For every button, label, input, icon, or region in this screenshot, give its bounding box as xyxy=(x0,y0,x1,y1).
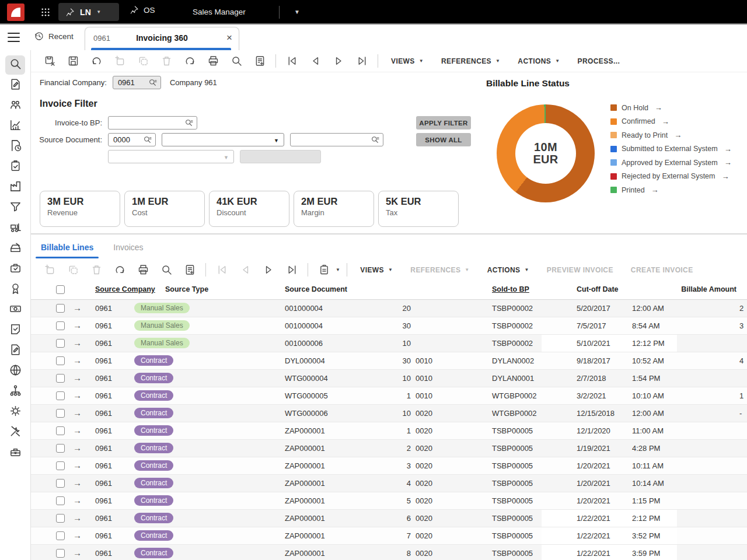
row-checkbox[interactable] xyxy=(56,374,65,383)
sidebar-item-invoicing-icon[interactable] xyxy=(5,341,25,360)
print-icon[interactable] xyxy=(201,52,225,70)
notes-icon[interactable] xyxy=(248,52,271,70)
refresh-lines-icon[interactable] xyxy=(108,261,131,279)
lines-views-menu[interactable]: VIEWS▼ xyxy=(360,266,393,274)
row-open-arrow-icon[interactable]: → xyxy=(73,373,82,383)
app-launcher-icon[interactable] xyxy=(40,7,51,18)
row-checkbox[interactable] xyxy=(56,549,65,558)
find-icon[interactable] xyxy=(225,52,248,70)
drilldown-arrow-icon[interactable]: → xyxy=(655,103,662,112)
sidebar-item-toolbox-icon[interactable] xyxy=(5,443,25,463)
print-lines-icon[interactable] xyxy=(131,261,155,279)
pinned-app-os[interactable]: OS xyxy=(130,5,155,15)
undo-icon[interactable] xyxy=(85,52,108,70)
sidebar-item-clipboard-check-icon[interactable] xyxy=(5,158,25,177)
col-sold-to-bp[interactable]: Sold-to BP xyxy=(492,285,529,293)
lines-actions-menu[interactable]: ACTIONS▼ xyxy=(487,266,529,274)
row-open-arrow-icon[interactable]: → xyxy=(73,495,82,505)
row-open-arrow-icon[interactable]: → xyxy=(73,443,82,453)
show-all-button[interactable]: SHOW ALL xyxy=(416,133,471,146)
row-open-arrow-icon[interactable]: → xyxy=(73,425,82,435)
role-chevron-down-icon[interactable]: ▼ xyxy=(294,9,300,15)
sidebar-item-compliance-icon[interactable] xyxy=(5,321,25,340)
row-checkbox[interactable] xyxy=(56,531,65,540)
find-lines-icon[interactable] xyxy=(155,261,178,279)
row-open-arrow-icon[interactable]: → xyxy=(73,530,82,540)
next-page-icon[interactable] xyxy=(257,261,280,279)
sidebar-item-freight-icon[interactable] xyxy=(5,239,25,258)
lookup-icon[interactable] xyxy=(371,135,380,145)
sidebar-item-warehousing-icon[interactable] xyxy=(5,219,25,238)
drilldown-arrow-icon[interactable]: → xyxy=(651,186,659,194)
last-record-icon[interactable] xyxy=(350,52,374,70)
row-checkbox[interactable] xyxy=(56,444,65,453)
row-open-arrow-icon[interactable]: → xyxy=(73,303,82,313)
tab-close-icon[interactable]: × xyxy=(226,32,232,44)
row-open-arrow-icon[interactable]: → xyxy=(73,355,82,365)
row-open-arrow-icon[interactable]: → xyxy=(73,478,82,488)
drilldown-arrow-icon[interactable]: → xyxy=(724,158,732,167)
kpi-card-tax[interactable]: 5K EURTax xyxy=(378,191,459,227)
row-checkbox[interactable] xyxy=(56,479,65,488)
row-checkbox[interactable] xyxy=(56,409,65,418)
legend-item[interactable]: Rejected by External System→ xyxy=(610,170,732,184)
table-row[interactable]: →0961ContractWTG000006100020WTGBP000212/… xyxy=(31,405,747,422)
paste-menu-icon[interactable] xyxy=(312,261,336,279)
row-open-arrow-icon[interactable]: → xyxy=(73,513,82,523)
table-row[interactable]: →0961ContractZAP00000130020TSBP000051/20… xyxy=(31,457,747,475)
row-checkbox[interactable] xyxy=(56,339,65,348)
table-row[interactable]: →0961Manual Sales00100000430TSBP000027/5… xyxy=(31,317,747,335)
table-row[interactable]: →0961Manual Sales00100000420TSBP000025/2… xyxy=(31,300,747,317)
row-checkbox[interactable] xyxy=(56,461,65,470)
table-row[interactable]: →0961ContractWTG00000510010WTGBP00023/2/… xyxy=(31,387,747,405)
previous-record-icon[interactable] xyxy=(303,52,327,70)
row-checkbox[interactable] xyxy=(56,304,65,313)
drilldown-arrow-icon[interactable]: → xyxy=(722,172,729,181)
row-open-arrow-icon[interactable]: → xyxy=(73,338,82,348)
tab-invoices[interactable]: Invoices xyxy=(112,237,144,257)
save-icon[interactable] xyxy=(61,52,85,70)
row-checkbox[interactable] xyxy=(56,426,65,435)
table-row[interactable]: →0961ContractDYL000004300010DYLAN00029/1… xyxy=(31,352,747,370)
col-source-type[interactable]: Source Type xyxy=(165,285,208,293)
source-document-field[interactable]: 0000 xyxy=(108,133,156,146)
tab-invoicing-360[interactable]: 0961 Invoicing 360 × xyxy=(85,27,239,50)
invoice-to-bp-field[interactable] xyxy=(108,116,197,130)
kpi-card-discount[interactable]: 41K EURDiscount xyxy=(209,191,289,227)
drilldown-arrow-icon[interactable]: → xyxy=(674,131,682,139)
legend-item[interactable]: Printed→ xyxy=(610,183,732,197)
references-menu[interactable]: REFERENCES▼ xyxy=(441,57,500,65)
row-checkbox[interactable] xyxy=(56,356,65,365)
table-row[interactable]: →0961ContractZAP00000170020TSBP000051/22… xyxy=(31,527,747,545)
next-record-icon[interactable] xyxy=(327,52,350,70)
sidebar-item-project-icon[interactable] xyxy=(5,260,25,279)
sidebar-item-financials-icon[interactable] xyxy=(5,300,25,320)
sidebar-item-search-icon[interactable] xyxy=(5,55,25,75)
col-cutoff-date[interactable]: Cut-off Date xyxy=(577,285,619,293)
row-open-arrow-icon[interactable]: → xyxy=(73,320,82,330)
lookup-icon[interactable] xyxy=(148,78,158,88)
sidebar-item-document-schedule-icon[interactable] xyxy=(5,137,25,156)
views-menu[interactable]: VIEWS▼ xyxy=(391,57,424,65)
source-type-select[interactable]: ▼ xyxy=(162,133,284,146)
legend-item[interactable]: On Hold→ xyxy=(610,101,732,115)
process-menu[interactable]: PROCESS... xyxy=(577,57,620,65)
row-checkbox[interactable] xyxy=(56,321,65,330)
sidebar-item-quality-icon[interactable] xyxy=(5,280,25,299)
billable-line-status-donut[interactable]: 10M EUR xyxy=(497,104,595,202)
legend-item[interactable]: Confirmed→ xyxy=(610,115,732,129)
lookup-icon[interactable] xyxy=(143,135,152,145)
sidebar-item-document-edit-icon[interactable] xyxy=(5,76,25,95)
kpi-card-cost[interactable]: 1M EURCost xyxy=(124,191,205,227)
apply-filter-button[interactable]: APPLY FILTER xyxy=(416,116,471,130)
drilldown-arrow-icon[interactable]: → xyxy=(724,145,732,153)
table-row[interactable]: →0961ContractZAP00000180020TSBP000051/22… xyxy=(31,545,747,560)
table-row[interactable]: →0961ContractZAP00000150020TSBP000051/20… xyxy=(31,492,747,510)
row-open-arrow-icon[interactable]: → xyxy=(73,548,82,558)
table-row[interactable]: →0961ContractZAP00000140020TSBP000051/20… xyxy=(31,475,747,492)
row-checkbox[interactable] xyxy=(56,391,65,400)
col-source-company[interactable]: Source Company xyxy=(95,285,155,293)
notes-lines-icon[interactable] xyxy=(178,261,201,279)
sidebar-item-localization-icon[interactable] xyxy=(5,362,25,381)
app-switcher-ln[interactable]: LN ▼ xyxy=(58,3,119,21)
